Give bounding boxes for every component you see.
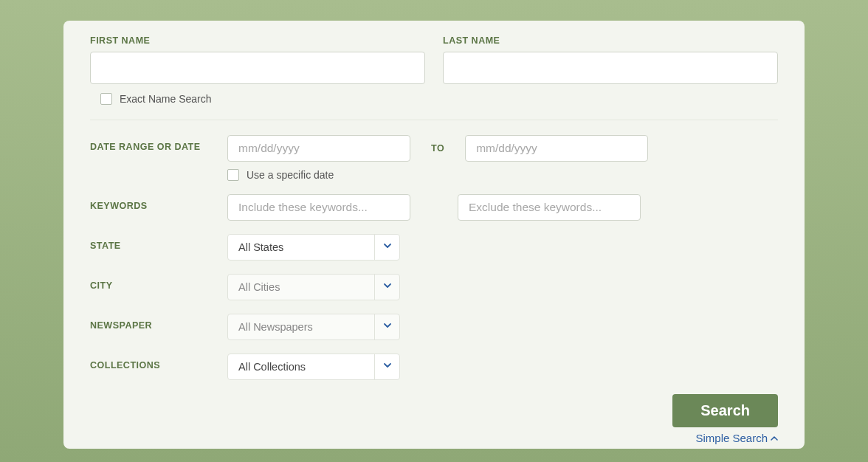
keywords-include-input[interactable] (227, 194, 410, 221)
specific-date-checkbox[interactable] (227, 169, 239, 181)
keywords-row: KEYWORDS (90, 194, 778, 221)
collections-select[interactable]: All Collections (227, 354, 400, 380)
collections-row: COLLECTIONS All Collections (90, 354, 778, 380)
date-range-label: DATE RANGE OR DATE (90, 135, 227, 152)
first-name-input[interactable] (90, 52, 425, 84)
simple-search-label: Simple Search (695, 432, 768, 444)
date-to-input[interactable] (465, 135, 648, 162)
search-button[interactable]: Search (672, 394, 778, 427)
specific-date-label: Use a specific date (247, 169, 334, 181)
last-name-label: LAST NAME (443, 35, 778, 46)
state-row: STATE All States (90, 234, 778, 261)
chevron-up-icon (771, 436, 778, 441)
newspaper-row: NEWSPAPER All Newspapers (90, 314, 778, 340)
date-range-row: DATE RANGE OR DATE TO Use a specific dat… (90, 120, 778, 181)
exact-name-checkbox[interactable] (100, 93, 112, 105)
date-line: TO (227, 135, 648, 162)
date-from-input[interactable] (227, 135, 410, 162)
form-footer: Search Simple Search (672, 394, 778, 444)
collections-label: COLLECTIONS (90, 354, 227, 370)
exact-name-row: Exact Name Search (100, 93, 778, 105)
last-name-field: LAST NAME (443, 35, 778, 84)
chevron-down-icon (374, 314, 399, 339)
specific-date-row: Use a specific date (227, 169, 648, 181)
chevron-down-icon (374, 275, 399, 300)
newspaper-select[interactable]: All Newspapers (227, 314, 400, 340)
date-to-label: TO (431, 143, 444, 154)
state-label: STATE (90, 234, 227, 251)
city-label: CITY (90, 274, 227, 291)
collections-select-value: All Collections (228, 361, 374, 373)
exact-name-label: Exact Name Search (120, 93, 212, 105)
keywords-exclude-input[interactable] (458, 194, 641, 221)
chevron-down-icon (374, 235, 399, 260)
city-select-value: All Cities (228, 281, 374, 293)
city-select[interactable]: All Cities (227, 274, 400, 300)
chevron-down-icon (374, 354, 399, 379)
newspaper-label: NEWSPAPER (90, 314, 227, 331)
last-name-input[interactable] (443, 52, 778, 84)
name-row: FIRST NAME LAST NAME (90, 35, 778, 84)
first-name-label: FIRST NAME (90, 35, 425, 46)
search-form-card: FIRST NAME LAST NAME Exact Name Search D… (63, 21, 805, 449)
newspaper-select-value: All Newspapers (228, 321, 374, 333)
simple-search-link[interactable]: Simple Search (695, 432, 778, 444)
keyword-fields (227, 194, 641, 221)
state-select-value: All States (228, 241, 374, 253)
city-row: CITY All Cities (90, 274, 778, 300)
keywords-label: KEYWORDS (90, 194, 227, 211)
state-select[interactable]: All States (227, 234, 400, 261)
date-fields: TO Use a specific date (227, 135, 648, 181)
first-name-field: FIRST NAME (90, 35, 425, 84)
